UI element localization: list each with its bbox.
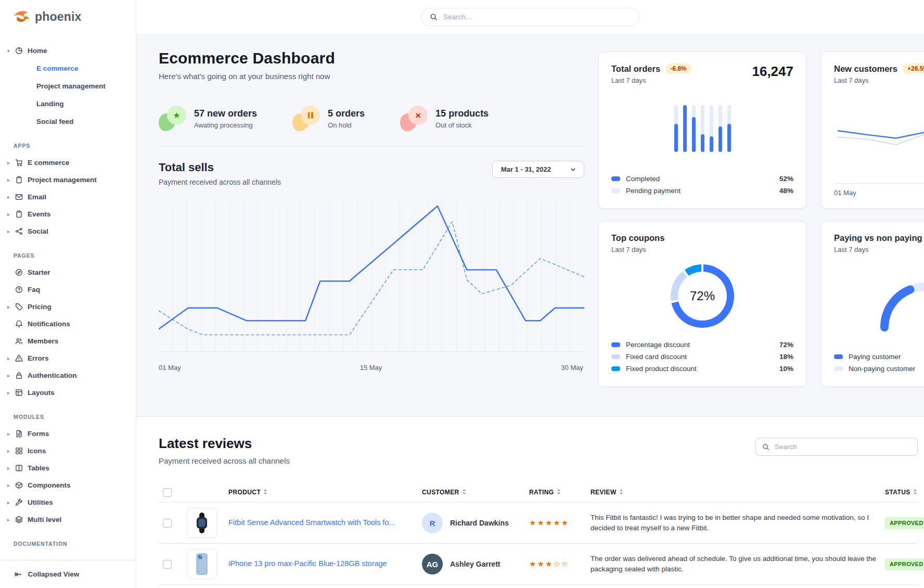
- global-search[interactable]: [421, 8, 639, 26]
- bell-icon: [15, 320, 28, 328]
- sidebar-item-email[interactable]: ▸Email: [0, 188, 136, 206]
- caret-right-icon[interactable]: ▸: [7, 356, 15, 361]
- sidebar-item-components[interactable]: ▸Components: [0, 477, 136, 494]
- sidebar-item-e-commerce[interactable]: E commerce: [0, 59, 136, 77]
- column-header-status[interactable]: STATUS: [881, 483, 918, 503]
- new-customers-change-badge: +26.5%: [903, 63, 924, 74]
- legend-item-completed: Completed52%: [611, 173, 793, 185]
- reviews-table: PRODUCTCUSTOMERRATINGREVIEWSTATUS Fitbit…: [159, 483, 918, 588]
- sort-icon[interactable]: [557, 489, 561, 496]
- paying-gauge-chart: [873, 273, 924, 331]
- new-customers-card: New customers +26.5% Last 7 days 01 May: [821, 52, 924, 209]
- stat-value: 5 orders: [328, 108, 365, 119]
- select-all-checkbox[interactable]: [163, 488, 172, 497]
- stat-value: 57 new orders: [194, 108, 257, 119]
- reviews-search-input[interactable]: [775, 443, 911, 451]
- users-icon: [15, 337, 28, 345]
- caret-right-icon[interactable]: ▸: [7, 212, 15, 217]
- main-area: Ecommerce Dashboard Here's what's going …: [136, 0, 924, 588]
- sidebar-item-faq[interactable]: Faq: [0, 281, 136, 298]
- sidebar-item-project-management[interactable]: ▸Project management: [0, 171, 136, 188]
- caret-right-icon[interactable]: ▸: [7, 431, 15, 437]
- sidebar-item-tables[interactable]: ▸Tables: [0, 459, 136, 477]
- sidebar-item-social-feed[interactable]: Social feed: [0, 112, 136, 130]
- sort-icon[interactable]: [913, 489, 917, 496]
- column-header-label: RATING: [529, 489, 554, 496]
- sidebar-item-events[interactable]: ▸Events: [0, 206, 136, 223]
- sidebar-item-pricing[interactable]: ▸Pricing: [0, 298, 136, 315]
- caret-right-icon[interactable]: ▸: [7, 373, 15, 378]
- sidebar-item-layouts[interactable]: ▸Layouts: [0, 384, 136, 401]
- column-header-label: CUSTOMER: [422, 489, 459, 496]
- total-sells-subtitle: Payment received across all channels: [159, 178, 281, 186]
- sidebar-item-forms[interactable]: ▸Forms: [0, 425, 136, 442]
- sidebar-item-authentication[interactable]: ▸Authentication: [0, 367, 136, 384]
- sidebar-item-errors[interactable]: ▸Errors: [0, 350, 136, 367]
- sort-icon[interactable]: [263, 489, 267, 496]
- product-thumbnail[interactable]: [187, 549, 217, 579]
- sidebar-item-label: Pricing: [28, 303, 52, 311]
- stat-bubble: ★: [167, 106, 186, 125]
- order-bar: [701, 105, 704, 152]
- sidebar-item-icons[interactable]: ▸Icons: [0, 442, 136, 459]
- caret-right-icon[interactable]: ▸: [7, 517, 15, 522]
- product-link[interactable]: Fitbit Sense Advanced Smartwatch with To…: [228, 518, 395, 527]
- stat-on-hold: 5 ordersOn hold: [292, 106, 365, 131]
- sort-icon[interactable]: [619, 489, 623, 496]
- sidebar-item-label: Events: [28, 210, 50, 218]
- sidebar-item-label: Landing: [36, 100, 64, 108]
- sidebar-item-label: Starter: [28, 269, 50, 276]
- sidebar-item-label: Email: [28, 193, 46, 201]
- caret-right-icon[interactable]: ▸: [7, 304, 15, 310]
- caret-right-icon[interactable]: ▸: [7, 195, 15, 200]
- caret-right-icon[interactable]: ▸: [7, 390, 15, 395]
- row-checkbox[interactable]: [163, 519, 172, 528]
- sidebar-item-starter[interactable]: Starter: [0, 264, 136, 281]
- caret-right-icon[interactable]: ▸: [7, 500, 15, 505]
- total-sells-header: Total sells Payment received across all …: [159, 161, 584, 186]
- sidebar-item-utilities[interactable]: ▸Utilities: [0, 494, 136, 511]
- sort-icon[interactable]: [462, 489, 466, 496]
- sidebar-item-label: Project management: [36, 82, 106, 90]
- stat-out-of-stock: ✕15 productsOut of stock: [400, 106, 489, 131]
- caret-right-icon[interactable]: ▸: [7, 466, 15, 471]
- column-header-label: REVIEW: [591, 489, 617, 496]
- sidebar-item-project-management[interactable]: Project management: [0, 77, 136, 95]
- global-search-input[interactable]: [443, 13, 631, 21]
- latest-reviews-section: Latest reviews Payment received across a…: [136, 416, 924, 588]
- column-header-customer[interactable]: CUSTOMER: [418, 483, 525, 503]
- package-icon: [15, 481, 28, 489]
- row-checkbox[interactable]: [163, 560, 172, 569]
- caret-right-icon[interactable]: ▸: [7, 449, 15, 454]
- caret-right-icon[interactable]: ▸: [7, 160, 15, 165]
- x-tick: 15 May: [360, 364, 382, 372]
- caret-right-icon[interactable]: ▸: [7, 177, 15, 183]
- column-header-review[interactable]: REVIEW: [586, 483, 881, 503]
- legend-label: Fixed card discount: [626, 353, 687, 361]
- column-header-product[interactable]: PRODUCT: [224, 483, 418, 503]
- sidebar-item-e-commerce[interactable]: ▸E commerce: [0, 154, 136, 171]
- brand-name: phoenix: [35, 10, 82, 24]
- top-coupons-period: Last 7 days: [611, 246, 793, 253]
- column-header-rating[interactable]: RATING: [525, 483, 586, 503]
- date-range-select[interactable]: Mar 1 - 31, 2022: [492, 161, 584, 178]
- sidebar-item-members[interactable]: Members: [0, 333, 136, 350]
- total-orders-legend: Completed52%Pending payment48%: [611, 173, 793, 197]
- sidebar-item-landing[interactable]: Landing: [0, 95, 136, 112]
- caret-right-icon[interactable]: ▸: [7, 483, 15, 488]
- product-link[interactable]: iPhone 13 pro max-Pacific Blue-128GB sto…: [228, 559, 387, 568]
- sidebar-item-social[interactable]: ▸Social: [0, 223, 136, 240]
- app-logo[interactable]: phoenix: [0, 0, 136, 34]
- caret-down-icon[interactable]: ▾: [7, 48, 15, 54]
- legend-value: 48%: [779, 187, 793, 195]
- sidebar-item-multi-level[interactable]: ▸Multi level: [0, 511, 136, 528]
- product-thumbnail[interactable]: [187, 508, 217, 538]
- reviews-search[interactable]: [755, 438, 918, 456]
- stat-sublabel: Awating processing: [194, 121, 257, 129]
- sidebar-item-home[interactable]: ▾Home: [0, 42, 136, 59]
- collapse-sidebar-button[interactable]: ⇤ Collapsed View: [0, 560, 136, 588]
- order-bar: [727, 105, 731, 152]
- sidebar-item-notifications[interactable]: Notifications: [0, 315, 136, 333]
- caret-right-icon[interactable]: ▸: [7, 229, 15, 234]
- avatar: AG: [422, 554, 443, 574]
